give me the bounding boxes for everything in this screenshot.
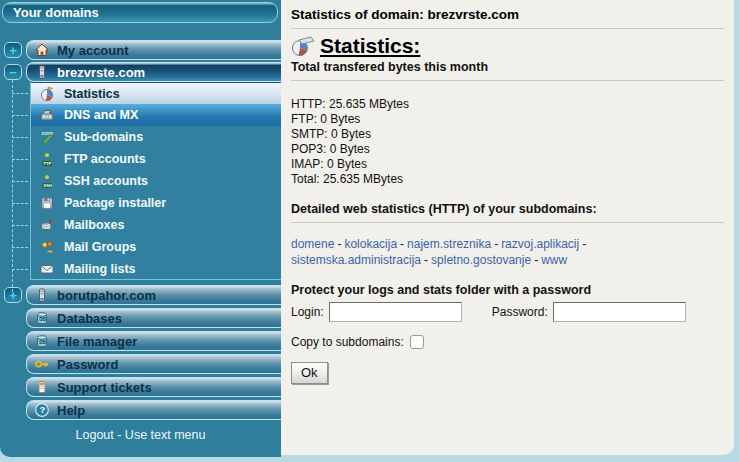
tree-stub [12,181,28,182]
statistics-section-icon [291,36,315,57]
copy-to-subdomains-checkbox[interactable] [410,335,424,349]
sidebar: Your domains + − + My account brezvrste.… [0,0,281,457]
expand-my-account-button[interactable]: + [4,42,22,58]
domain-submenu: Statistics DNS and MX com Sub-domains [30,82,281,280]
sidebar-item-label: Mail Groups [64,240,136,254]
tree-stub [12,269,28,270]
subdomain-link-spletno-gostovanje[interactable]: spletno.gostovanje [431,253,531,267]
traffic-stats: HTTP: 25.635 MBytes FTP: 0 Bytes SMTP: 0… [291,97,724,187]
help-icon: ? [34,402,50,418]
sidebar-item-file-manager[interactable]: DB File manager [26,331,281,351]
protect-heading: Protect your logs and stats folder with … [291,283,724,297]
sidebar-item-my-account[interactable]: My account [26,40,281,60]
tree-stub [12,93,28,94]
database-icon: DB [34,310,50,326]
sidebar-item-help[interactable]: ? Help [26,400,281,420]
statistics-pie-icon [39,86,55,102]
svg-text:DB: DB [39,317,46,322]
sidebar-item-mail-groups[interactable]: Mail Groups [31,236,281,258]
collapse-brezvrste-button[interactable]: − [4,64,22,80]
sidebar-title-bar: Your domains [2,2,278,23]
sidebar-item-borutpahor[interactable]: borutpahor.com [26,285,281,305]
sidebar-item-ftp-accounts[interactable]: FTP FTP accounts [31,148,281,170]
sidebar-item-label: Package installer [64,196,166,210]
subtitle: Total transfered bytes this month [291,60,724,74]
password-protect-form: Login: Password: [291,302,724,322]
section-title: Statistics: [320,34,420,58]
sidebar-item-dns-and-mx[interactable]: DNS and MX [31,104,281,126]
sidebar-item-databases[interactable]: DB Databases [26,308,281,328]
detailed-stats-heading: Detailed web statistics (HTTP) of your s… [291,202,724,216]
mailbox-icon [39,217,55,233]
home-icon [34,42,50,58]
stat-line-ftp: FTP: 0 Bytes [291,112,724,127]
divider [291,222,724,223]
sidebar-item-mailing-lists[interactable]: Mailing lists [31,258,281,280]
svg-text:com: com [42,130,53,136]
tree-stub [12,159,28,160]
sidebar-title: Your domains [13,5,99,20]
file-manager-icon: DB [34,333,50,349]
password-input[interactable] [553,302,686,322]
sidebar-item-label: Support tickets [57,380,152,395]
sidebar-item-label: Password [57,357,118,372]
password-label: Password: [492,305,548,319]
tree-stub [12,247,28,248]
svg-text:?: ? [40,404,46,415]
subdomain-link-sistemska-administracija[interactable]: sistemska.administracija [291,253,421,267]
stat-line-pop3: POP3: 0 Bytes [291,142,724,157]
sidebar-item-statistics[interactable]: Statistics [31,82,281,104]
envelope-icon [39,261,55,277]
sidebar-item-sub-domains[interactable]: com Sub-domains [31,126,281,148]
tree-stub [12,115,28,116]
subdomain-link-kolokacija[interactable]: kolokacija [344,237,397,251]
sidebar-item-label: DNS and MX [64,108,138,122]
subdomain-link-razvoj-aplikacij[interactable]: razvoj.aplikacij [501,237,579,251]
stat-line-smtp: SMTP: 0 Bytes [291,127,724,142]
stat-line-total: Total: 25.635 MBytes [291,172,724,187]
link-separator: - [337,237,341,251]
ok-button[interactable]: Ok [291,362,328,384]
server-icon [34,287,50,303]
tree-line [12,80,13,292]
subdomain-link-domene[interactable]: domene [291,237,334,251]
svg-text:DB: DB [39,340,46,345]
link-separator: - [534,253,538,267]
dns-icon [39,107,55,123]
sidebar-item-label: SSH accounts [64,174,148,188]
sidebar-item-brezvrste[interactable]: brezvrste.com [26,62,281,82]
sidebar-item-mailboxes[interactable]: Mailboxes [31,214,281,236]
copy-to-subdomains-row: Copy to subdomains: [291,335,724,349]
link-separator: - [400,237,404,251]
server-icon [34,64,50,80]
ticket-icon [34,379,50,395]
svg-text:SSH: SSH [43,183,52,188]
sidebar-item-label: Statistics [64,87,120,101]
main-content: Statistics of domain: brezvrste.com Stat… [281,0,734,455]
divider [291,28,724,29]
logout-link[interactable]: Logout - Use text menu [0,428,281,442]
subdomains-icon: com [39,129,55,145]
sidebar-item-label: brezvrste.com [57,65,145,80]
stat-line-http: HTTP: 25.635 MBytes [291,97,724,112]
copy-to-subdomains-label: Copy to subdomains: [291,335,404,349]
tree-stub [12,203,28,204]
expand-borutpahor-button[interactable]: + [4,287,22,303]
login-input[interactable] [329,302,462,322]
key-icon [34,356,50,372]
sidebar-item-support-tickets[interactable]: Support tickets [26,377,281,397]
link-separator: - [424,253,428,267]
sidebar-item-label: Databases [57,311,122,326]
sidebar-item-label: Mailboxes [64,218,124,232]
sidebar-item-password[interactable]: Password [26,354,281,374]
subdomain-link-www[interactable]: www [541,253,567,267]
sidebar-item-label: Sub-domains [64,130,143,144]
link-separator: - [582,237,586,251]
tree-stub [12,137,28,138]
sidebar-item-ssh-accounts[interactable]: SSH SSH accounts [31,170,281,192]
sidebar-item-package-installer[interactable]: Package installer [31,192,281,214]
sidebar-item-label: File manager [57,334,137,349]
subdomain-link-najem-streznika[interactable]: najem.streznika [407,237,491,251]
stat-line-imap: IMAP: 0 Bytes [291,157,724,172]
svg-text:FTP: FTP [43,161,51,166]
